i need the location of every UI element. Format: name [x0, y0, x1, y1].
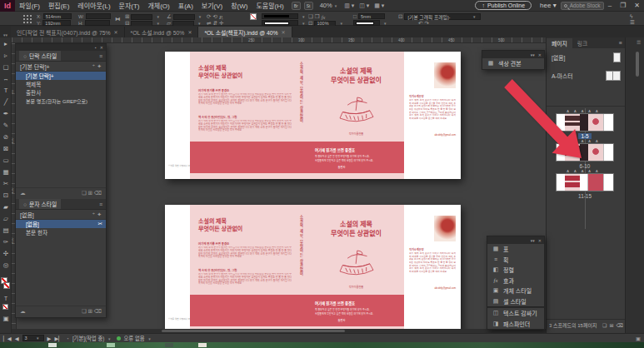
selection-tool[interactable]: ▸ — [0, 37, 12, 49]
fx-icon[interactable]: fx — [322, 14, 326, 20]
screen-mode-dropdown[interactable]: ▥ ▾ — [344, 2, 354, 9]
note-tool[interactable]: ▤ — [0, 224, 12, 236]
panel-menu-icon[interactable]: ☰ — [637, 39, 641, 45]
menu-file[interactable]: 파일(F) — [15, 1, 44, 10]
user-account-dropdown[interactable]: hee ▾ — [536, 2, 561, 9]
rotate-cw-icon[interactable]: ⟳ — [207, 13, 211, 20]
fill-none-swatch[interactable] — [250, 13, 257, 20]
swatches-panel-button[interactable]: ▦ 색상 견본 — [482, 58, 544, 69]
scissors-tool[interactable]: ✂ — [0, 177, 12, 189]
menu-edit[interactable]: 편집(E) — [44, 1, 73, 10]
graphic-frame-style-dropdown[interactable]: [기본 그래픽 프레임]-▾ — [404, 13, 481, 20]
menu-window[interactable]: 창(W) — [227, 1, 252, 10]
delete-page-icon[interactable]: ⌫ — [617, 322, 623, 328]
menu-help[interactable]: 도움말(H) — [252, 1, 287, 10]
new-style-icon[interactable]: ⊞ — [88, 308, 92, 314]
table-tool[interactable]: ▦ — [0, 166, 12, 177]
effects-icon[interactable]: ❑ — [308, 13, 313, 20]
rectangle-frame-tool[interactable]: ⊠ — [0, 142, 12, 154]
clear-overrides-icon[interactable]: ⁺ — [92, 211, 95, 217]
zoom-tool[interactable]: ◎ — [0, 259, 12, 271]
paragraph-style-item[interactable]: 출판사 — [16, 88, 106, 97]
page-tool[interactable]: ▢ — [0, 61, 12, 72]
screen-mode-button[interactable]: ▣ — [0, 312, 12, 324]
text-wrap-panel-button[interactable]: ◫텍스트 감싸기 — [487, 308, 544, 319]
restore-button[interactable]: ❐ — [616, 2, 630, 9]
zoom-level-dropdown[interactable]: 40% — [320, 2, 332, 9]
style-group-icon[interactable]: ❏ — [82, 308, 87, 314]
pencil-tool[interactable]: ✎ — [0, 119, 12, 131]
direct-selection-tool[interactable]: ▹ — [0, 49, 12, 61]
delete-style-icon[interactable]: ⌫ — [94, 190, 102, 196]
spread-label-2[interactable]: 6-10 — [547, 163, 623, 169]
width-field[interactable] — [86, 13, 111, 19]
gap-tool[interactable]: ↔ — [0, 72, 12, 84]
close-icon[interactable]: ✕ — [538, 238, 542, 243]
document-tab-2[interactable]: *OL 소설.indd @ 50%✕ — [125, 27, 199, 37]
panel-menu-icon[interactable]: ≡ — [99, 53, 102, 59]
stroke-weight-dropdown[interactable] — [262, 13, 298, 19]
paragraph-styles-tab[interactable]: ○단락 스타일 ≡ — [16, 51, 106, 62]
rotation-angle-field[interactable] — [173, 14, 195, 20]
gap-field[interactable]: 5mm — [358, 13, 385, 19]
rectangle-tool[interactable]: ▭ — [0, 154, 12, 166]
character-styles-tab[interactable]: ○문자 스타일 ≡ — [16, 199, 106, 210]
tab-links[interactable]: 링크 — [572, 38, 593, 48]
preflight-profile-dropdown[interactable]: [기본](작업 중) ▾ — [72, 335, 113, 342]
eyedropper-tool[interactable]: ✑ — [0, 236, 12, 247]
line-tool[interactable]: ╱ — [0, 96, 12, 107]
spread-thumbnail-3[interactable] — [556, 173, 614, 191]
stroke-color-swatch[interactable] — [3, 282, 10, 289]
object-styles-panel-button[interactable]: ▣개체 스타일 — [487, 286, 544, 296]
panel-menu-icon[interactable]: ≡ — [619, 40, 625, 46]
drop-shadow-icon[interactable]: ❒ — [315, 13, 320, 20]
cc-sync-icon[interactable]: ☁ — [20, 308, 26, 315]
cc-libraries-icon[interactable]: ϟ — [630, 13, 632, 19]
constrain-link-icon[interactable]: ⧓ — [115, 16, 121, 22]
vertical-scrollbar[interactable] — [636, 52, 639, 77]
collapse-icon[interactable]: ▾▾ — [531, 238, 535, 243]
close-button[interactable]: ✕ — [630, 2, 644, 9]
collapse-icon[interactable]: ▾▾ — [531, 52, 535, 57]
close-icon[interactable]: ✕ — [187, 29, 192, 35]
swatch-dropdown[interactable] — [353, 20, 380, 26]
rotate-ccw-icon[interactable]: ⟲ — [212, 13, 217, 20]
character-style-item[interactable]: [없음]✂ — [16, 220, 106, 228]
stock-icon[interactable]: St — [304, 2, 313, 10]
menu-view[interactable]: 보기(V) — [197, 1, 227, 10]
view-options-dropdown[interactable]: ◫ ▾ — [359, 2, 369, 9]
stroke-type-dropdown[interactable] — [262, 20, 298, 26]
scale-x-field[interactable] — [131, 14, 152, 20]
panel-menu-icon[interactable]: ≡ — [99, 201, 102, 207]
free-transform-tool[interactable]: ⊡ — [0, 189, 12, 201]
new-page-icon[interactable]: ⊞ — [609, 322, 613, 328]
new-style-icon[interactable]: ⊞ — [88, 190, 92, 196]
last-page-button[interactable]: ▶▏ — [54, 336, 62, 341]
close-icon[interactable]: ✕ — [538, 52, 542, 57]
bridge-icon[interactable]: Br — [292, 2, 301, 10]
minimize-button[interactable]: – — [604, 2, 616, 9]
height-field[interactable] — [85, 20, 110, 26]
spread-label-3[interactable]: 11-15 — [547, 193, 623, 199]
menu-table[interactable]: 표(A) — [174, 1, 197, 10]
book-cover-spread-2[interactable]: 날개를 위한 설명이나 추천평이든 뭐든지 소설의 제목무엇이든 상관없이 여기… — [165, 205, 461, 332]
effects-panel-button[interactable]: fx효과 — [487, 276, 544, 286]
delete-style-icon[interactable]: ⌫ — [94, 308, 102, 314]
close-icon[interactable]: ✕ — [114, 29, 118, 35]
document-tab-1[interactable]: 인디작업 전 책표지(0407).indd @ 75%✕ — [11, 27, 125, 37]
menu-layout[interactable]: 레이아웃(L) — [73, 1, 114, 10]
ellipse-frame-tool[interactable]: ⊘ — [0, 131, 12, 142]
tab-pages[interactable]: 페이지 — [547, 38, 572, 48]
prev-page-button[interactable]: ◀ — [15, 336, 19, 341]
page-number-field[interactable]: 3▾ — [22, 335, 44, 341]
close-icon[interactable]: ✕ — [100, 45, 103, 50]
x-position-field[interactable]: 514mm — [43, 13, 72, 19]
edit-spread-icon[interactable]: ❏ — [602, 322, 607, 328]
next-page-button[interactable]: ▶ — [47, 336, 52, 341]
adobe-stock-search[interactable]: Adobe Stock — [561, 2, 604, 10]
align-panel-button[interactable]: ◧정렬 — [487, 265, 544, 276]
gradient-feather-tool[interactable]: ▱ — [0, 212, 12, 224]
panel-menu-icon[interactable]: ☰ — [630, 19, 635, 26]
apply-none-button[interactable] — [2, 304, 8, 310]
character-style-item[interactable]: 본문 한자 — [16, 228, 106, 236]
